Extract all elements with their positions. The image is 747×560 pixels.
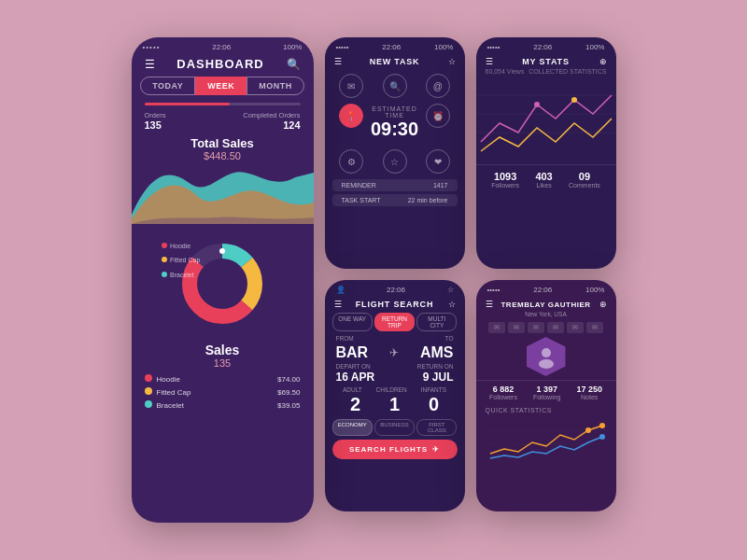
search-circle-icon[interactable]: 🔍 — [383, 74, 407, 98]
economy-tab[interactable]: ECONOMY — [332, 419, 373, 436]
stats-title: MY STATS — [493, 57, 599, 66]
task-header: ☰ NEW TASK ☆ — [325, 53, 465, 70]
clock-circle-icon[interactable]: ⏰ — [426, 104, 450, 128]
right-column: ••••• 22:06 100% ☰ NEW TASK ☆ ✉ 🔍 @ 📍 — [325, 37, 616, 511]
followers-value: 1093 — [491, 171, 519, 182]
mail-circle-icon[interactable]: ✉ — [339, 74, 363, 98]
flight-battery: ☆ — [447, 286, 454, 294]
stats-battery: 100% — [585, 43, 604, 51]
task-icons-grid: ✉ 🔍 @ 📍 ESTIMATED TIME 09:30 ⏰ ⚙ ☆ ❤ — [325, 70, 465, 177]
flight-hamburger-icon[interactable]: ☰ — [334, 300, 342, 309]
flight-header: ☰ FLIGHT SEARCH ☆ — [325, 296, 465, 313]
task-hamburger-icon[interactable]: ☰ — [334, 57, 342, 66]
stats-views: 60,054 Views — [486, 68, 525, 75]
children-label: CHILDREN — [376, 386, 407, 393]
total-sales-amount: $448.50 — [132, 150, 314, 161]
one-way-tab[interactable]: ONE WAY — [332, 313, 373, 331]
svg-point-11 — [571, 97, 577, 103]
route-row: BAR ✈ AMS — [325, 343, 465, 363]
stats-signal: ••••• — [487, 43, 500, 51]
stats-hamburger-icon[interactable]: ☰ — [486, 57, 493, 66]
heart-circle-icon[interactable]: ❤ — [426, 149, 450, 174]
orders-value: 135 — [145, 119, 166, 131]
bottom-row: 👤 22:06 ☆ ☰ FLIGHT SEARCH ☆ ONE WAY RETU… — [325, 280, 616, 511]
tab-month[interactable]: MONTH — [247, 77, 304, 95]
flight-star-icon[interactable]: ☆ — [448, 300, 456, 309]
profile-hamburger-icon[interactable]: ☰ — [486, 300, 493, 309]
search-flights-button[interactable]: SEARCH FLIGHTS ✈ — [332, 440, 458, 459]
completed-orders-block: Completed Orders 124 — [243, 111, 300, 131]
completed-label: Completed Orders — [243, 111, 300, 119]
donut-section: Hoodie Fitted Cap Bracelet — [132, 224, 314, 339]
search-icon[interactable]: 🔍 — [287, 58, 301, 71]
stats-numbers: 1093 Followers 403 Likes 09 Comments — [476, 164, 616, 192]
dashboard-phone: ••••• 22:06 100% ☰ DASHBOARD 🔍 TODAY WEE… — [132, 37, 314, 523]
mail-icon-4: ✉ — [547, 322, 564, 333]
svg-point-10 — [534, 102, 540, 107]
svg-point-12 — [542, 348, 551, 357]
flight-signal: 👤 — [336, 286, 345, 294]
mail-icon-5: ✉ — [567, 322, 584, 333]
time-tabs: TODAY WEEK MONTH — [132, 77, 314, 95]
hoodie-donut-label: Hoodie — [162, 239, 200, 253]
comments-label: Comments — [569, 182, 600, 189]
quick-stats-label: QUICK STATISTICS — [486, 407, 607, 413]
stats-header: ☰ MY STATS ⊕ — [476, 53, 616, 68]
svg-point-17 — [585, 427, 591, 433]
depart-label: DEPART ON — [336, 363, 371, 370]
followers-label: Followers — [491, 182, 519, 189]
status-bar: ••••• 22:06 100% — [132, 37, 314, 53]
settings-circle-icon[interactable]: ⚙ — [339, 149, 363, 174]
location-circle-icon[interactable]: 📍 — [339, 104, 363, 128]
flight-phone: 👤 22:06 ☆ ☰ FLIGHT SEARCH ☆ ONE WAY RETU… — [325, 280, 465, 511]
from-code: BAR — [336, 344, 369, 361]
task-start-label: TASK START — [342, 197, 381, 203]
task-star-icon[interactable]: ☆ — [448, 57, 456, 66]
stats-phone: ••••• 22:06 100% ☰ MY STATS ⊕ 60,054 Vie… — [476, 37, 616, 269]
tab-week[interactable]: WEEK — [195, 77, 247, 95]
stats-add-icon[interactable]: ⊕ — [599, 57, 607, 66]
profile-settings-icon[interactable]: ⊕ — [599, 300, 607, 309]
top-row: ••••• 22:06 100% ☰ NEW TASK ☆ ✉ 🔍 @ 📍 — [325, 37, 616, 269]
sales-label: Sales — [132, 343, 314, 357]
total-sales-label: Total Sales — [132, 136, 314, 150]
tab-today[interactable]: TODAY — [140, 77, 195, 95]
adult-value: 2 — [350, 394, 360, 415]
legend: Hoodie $74.00 Fitted Cap $69.50 Bracelet… — [132, 372, 314, 412]
likes-value: 403 — [535, 171, 552, 182]
legend-fitted-cap: Fitted Cap $69.50 — [132, 385, 314, 399]
svg-point-18 — [599, 423, 605, 428]
first-class-tab[interactable]: FIRST CLASS — [416, 419, 457, 436]
profile-location: New York, USA — [476, 311, 616, 320]
timer-display: ESTIMATED TIME 09:30 — [371, 104, 418, 144]
svg-point-19 — [599, 434, 605, 440]
task-time: 22:06 — [382, 43, 401, 51]
profile-avatar-area — [476, 335, 616, 380]
class-tabs: ECONOMY BUSINESS FIRST CLASS — [325, 419, 465, 436]
progress-container — [132, 103, 314, 105]
profile-following-label: Following — [533, 394, 561, 400]
svg-point-4 — [198, 259, 247, 308]
following-stat-profile: 1 397 Following — [533, 385, 561, 400]
star2-circle-icon[interactable]: ☆ — [383, 149, 407, 174]
comments-value: 09 — [569, 171, 600, 182]
flight-status-bar: 👤 22:06 ☆ — [325, 280, 465, 296]
profile-avatar — [527, 337, 566, 376]
task-signal: ••••• — [336, 43, 349, 51]
return-trip-tab[interactable]: RETURN TRIP — [374, 313, 415, 331]
followers-stat-profile: 6 882 Followers — [489, 385, 517, 400]
profile-phone: ••••• 22:06 100% ☰ TREMBLAY GAUTHIER ⊕ N… — [476, 280, 616, 511]
profile-notes-value: 17 250 — [576, 385, 602, 394]
status-time: 22:06 — [212, 43, 231, 51]
followers-stat: 1093 Followers — [491, 171, 519, 189]
profile-header: ☰ TREMBLAY GAUTHIER ⊕ — [476, 296, 616, 311]
from-label: FROM — [336, 335, 354, 342]
at-circle-icon[interactable]: @ — [426, 74, 450, 98]
multi-city-tab[interactable]: MULTI CITY — [416, 313, 457, 331]
business-tab[interactable]: BUSINESS — [374, 419, 415, 436]
profile-stats-row: 6 882 Followers 1 397 Following 17 250 N… — [476, 380, 616, 404]
profile-followers-value: 6 882 — [489, 385, 517, 394]
children-value: 1 — [389, 394, 400, 415]
notes-stat-profile: 17 250 Notes — [576, 385, 602, 400]
hamburger-icon[interactable]: ☰ — [145, 58, 155, 71]
